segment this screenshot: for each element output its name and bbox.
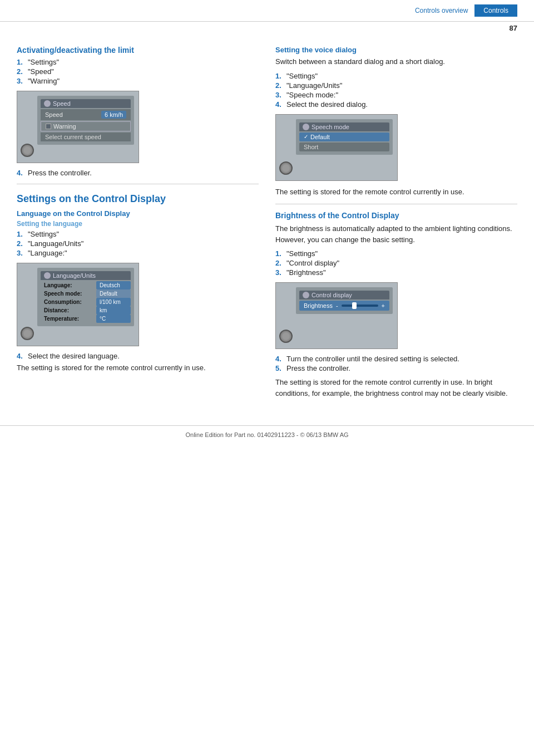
table-row: Language: Deutsch — [41, 281, 131, 289]
lang-screen-title-text: Language/Units — [53, 272, 96, 279]
table-row: Consumption: l/100 km — [41, 298, 131, 306]
voice-step2: 2. "Language/Units" — [275, 81, 517, 90]
brightness-label: Brightness — [304, 302, 333, 309]
speech-screen-icon — [303, 124, 309, 130]
bright-step3: 3. "Brightness" — [275, 268, 517, 277]
page-number: 87 — [0, 22, 534, 35]
left-step1: 1. "Settings" — [17, 58, 259, 66]
lang-num-2: 2. — [17, 239, 26, 248]
section2-sub-sub-heading: Setting the language — [17, 220, 259, 228]
section2-sub-heading: Language on the Control Display — [17, 209, 259, 218]
table-row: Distance: km — [41, 306, 131, 315]
voice-num-1: 1. — [275, 72, 284, 80]
speech-screen-title: Speech mode — [299, 122, 389, 131]
ctrl-screen-title-text: Control display — [312, 292, 352, 298]
lang-text-1: "Settings" — [28, 230, 59, 238]
bright-text-4: Turn the controller until the desired se… — [286, 355, 459, 363]
section2-heading: Settings on the Control Display — [17, 193, 259, 205]
step-num-1: 1. — [17, 58, 26, 66]
lang-step1: 1. "Settings" — [17, 230, 259, 238]
lang-label-1: Speech mode: — [41, 289, 96, 298]
left-step3: 3. "Warning" — [17, 77, 259, 85]
step-text-1: "Settings" — [28, 58, 59, 66]
voice-text-3: "Speech mode:" — [286, 91, 338, 99]
lang-screen-title: Language/Units — [41, 271, 131, 280]
header-bar: Controls overview Controls — [0, 0, 534, 22]
lang-value-1: Default — [96, 289, 131, 298]
warning-label: Warning — [53, 123, 76, 130]
voice-step4: 4. Select the desired dialog. — [275, 100, 517, 109]
speech-option-short: Short — [299, 143, 389, 151]
main-content: Activating/deactivating the limit 1. "Se… — [0, 35, 534, 414]
nav-controls-overview[interactable]: Controls overview — [408, 4, 474, 17]
warning-row: Warning — [41, 121, 131, 131]
table-row: Temperature: °C — [41, 315, 131, 323]
ctrl-controller-knob — [279, 330, 293, 343]
lang-table: Language: Deutsch Speech mode: Default C… — [41, 281, 131, 323]
step-num-4: 4. — [17, 169, 26, 177]
bright-num-2: 2. — [275, 259, 284, 267]
voice-text-1: "Settings" — [286, 72, 318, 80]
minus-icon: - — [336, 302, 338, 309]
lang-screenshot: Language/Units Language: Deutsch Speech … — [17, 263, 139, 346]
bright-step2: 2. "Control display" — [275, 259, 517, 267]
plus-icon: + — [382, 302, 385, 309]
lang-label-4: Temperature: — [41, 315, 96, 323]
voice-text-4: Select the desired dialog. — [286, 100, 368, 109]
nav-controls[interactable]: Controls — [474, 4, 517, 17]
step-text-2: "Speed" — [28, 67, 54, 76]
select-speed-row: Select current speed — [41, 132, 131, 141]
bright-text-3: "Brightness" — [286, 268, 326, 277]
bright-text-2: "Control display" — [286, 259, 339, 267]
speed-value: 6 km/h — [101, 111, 126, 119]
speed-row: Speed 6 km/h — [41, 109, 131, 120]
bright-step5: 5. Press the controller. — [275, 364, 517, 372]
bright-text-1: "Settings" — [286, 249, 318, 258]
voice-step1: 1. "Settings" — [275, 72, 517, 80]
screen-icon — [44, 100, 51, 107]
lang-num-4: 4. — [17, 352, 26, 360]
voice-dialog-heading: Setting the voice dialog — [275, 46, 517, 54]
lang-step4: 4. Select the desired language. — [17, 352, 259, 360]
left-column: Activating/deactivating the limit 1. "Se… — [17, 46, 259, 403]
step-num-3: 3. — [17, 77, 26, 85]
lang-body-text: The setting is stored for the remote con… — [17, 362, 259, 374]
lang-num-3: 3. — [17, 249, 26, 257]
brightness-body2: The setting is stored for the remote con… — [275, 377, 517, 399]
bright-num-3: 3. — [275, 268, 284, 277]
screen-title-speed: Speed — [41, 99, 131, 108]
brightness-body: The brightness is automatically adapted … — [275, 223, 517, 245]
footer-text: Online Edition for Part no. 01402911223 … — [185, 431, 348, 438]
left-step4: 4. Press the controller. — [17, 169, 259, 177]
ctrl-screen-title: Control display — [299, 291, 389, 300]
voice-num-3: 3. — [275, 91, 284, 99]
step-text-4: Press the controller. — [28, 169, 92, 177]
lang-screen-icon — [44, 272, 51, 279]
voice-text-2: "Language/Units" — [286, 81, 342, 90]
speech-default-label: Default — [310, 134, 330, 140]
speech-stored-text: The setting is stored for the remote con… — [275, 186, 517, 198]
lang-text-2: "Language/Units" — [28, 239, 83, 248]
speech-screen-title-text: Speech mode — [312, 124, 349, 130]
divider2 — [275, 204, 517, 204]
section1-heading: Activating/deactivating the limit — [17, 46, 259, 55]
screen-title-text: Speed — [53, 100, 71, 107]
lang-value-4: °C — [96, 315, 131, 323]
bright-num-4: 4. — [275, 355, 284, 363]
speech-option-default: ✓ Default — [299, 132, 389, 141]
lang-value-3: km — [96, 306, 131, 315]
bright-num-5: 5. — [275, 364, 284, 372]
brightness-heading: Brightness of the Control Display — [275, 211, 517, 220]
lang-label-0: Language: — [41, 281, 96, 289]
brightness-row: Brightness - + — [299, 301, 389, 311]
ctrl-screen-icon — [303, 292, 309, 298]
table-row: Speech mode: Default — [41, 289, 131, 298]
lang-controller-knob — [21, 327, 34, 340]
speech-controller-knob — [279, 161, 293, 175]
speed-screenshot: Speed Speed 6 km/h Warning Select curren… — [17, 91, 139, 163]
lang-step2: 2. "Language/Units" — [17, 239, 259, 248]
checkmark-icon: ✓ — [304, 134, 308, 140]
lang-num-1: 1. — [17, 230, 26, 238]
right-column: Setting the voice dialog Switch between … — [275, 46, 517, 403]
header-nav: Controls overview Controls — [408, 4, 517, 17]
